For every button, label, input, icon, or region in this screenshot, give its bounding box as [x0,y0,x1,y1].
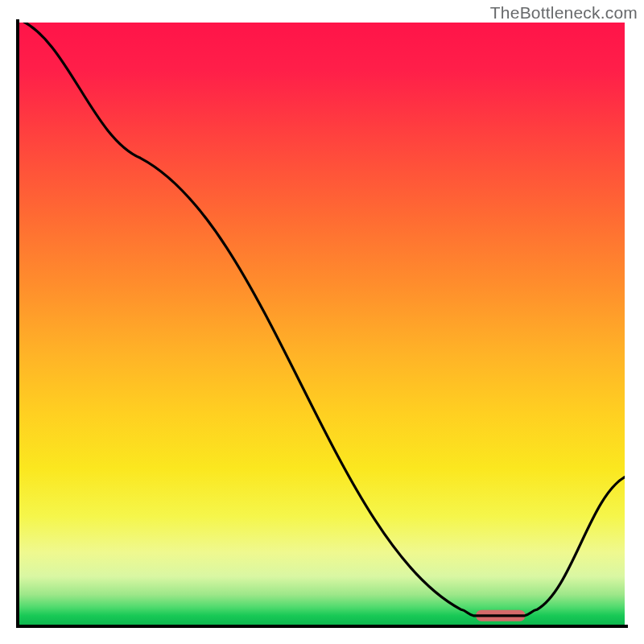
metric-curve [19,23,625,616]
watermark-text: TheBottleneck.com [490,3,638,23]
x-axis [16,625,628,628]
chart-frame: TheBottleneck.com [0,0,644,644]
chart-overlay [19,23,625,625]
